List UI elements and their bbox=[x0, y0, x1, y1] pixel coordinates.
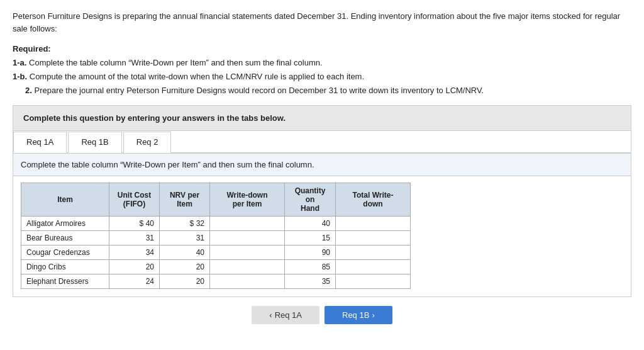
col-header-total-writedown: Total Write- down bbox=[336, 183, 411, 217]
writedown-item-4[interactable] bbox=[210, 274, 285, 289]
writedown-item-2[interactable] bbox=[210, 246, 285, 260]
col-header-qty: Quantity on Hand bbox=[284, 183, 335, 217]
total-writedown-input-2[interactable] bbox=[336, 246, 410, 259]
table-row: Bear Bureaus 31 31 15 bbox=[21, 231, 411, 246]
nrv-3: 20 bbox=[160, 260, 210, 274]
req-1a-text: Complete the table column “Write-Down pe… bbox=[29, 58, 323, 67]
req-1a-label: 1-a. bbox=[13, 58, 26, 67]
col-header-unit-cost: Unit Cost (FIFO) bbox=[109, 183, 160, 217]
table-row: Alligator Armoires $ 40 $ 32 40 bbox=[21, 217, 411, 231]
next-button[interactable]: Req 1B › bbox=[325, 306, 392, 324]
writedown-item-input-4[interactable] bbox=[210, 274, 284, 288]
total-writedown-1[interactable] bbox=[336, 231, 411, 246]
table-row: Elephant Dressers 24 20 35 bbox=[21, 274, 411, 289]
col-header-nrv: NRV per Item bbox=[160, 183, 210, 217]
total-writedown-input-4[interactable] bbox=[336, 274, 410, 288]
main-table-wrapper: Item Unit Cost (FIFO) NRV per Item Write… bbox=[13, 176, 631, 296]
req-1b-label: 1-b. bbox=[13, 72, 27, 81]
req-2-label: 2. bbox=[25, 86, 32, 95]
table-row: Dingo Cribs 20 20 85 bbox=[21, 260, 411, 274]
writedown-item-3[interactable] bbox=[210, 260, 285, 274]
writedown-item-input-2[interactable] bbox=[210, 246, 284, 259]
required-label: Required: bbox=[13, 44, 51, 54]
inventory-table: Item Unit Cost (FIFO) NRV per Item Write… bbox=[21, 183, 411, 289]
col-header-item: Item bbox=[21, 183, 109, 217]
next-chevron-icon: › bbox=[372, 310, 374, 320]
prev-button[interactable]: ‹ Req 1A bbox=[252, 306, 319, 324]
item-name-4: Elephant Dressers bbox=[21, 274, 109, 289]
tab-req1b[interactable]: Req 1B bbox=[68, 132, 121, 153]
qty-0: 40 bbox=[284, 217, 335, 231]
req-1b-text: Compute the amount of the total write-do… bbox=[30, 72, 364, 81]
total-writedown-2[interactable] bbox=[336, 246, 411, 260]
req-2-text: Prepare the journal entry Peterson Furni… bbox=[34, 86, 484, 95]
tabs-container: Req 1A Req 1B Req 2 Complete the table c… bbox=[13, 131, 631, 297]
tab-req1a[interactable]: Req 1A bbox=[13, 132, 67, 153]
nrv-2: 40 bbox=[160, 246, 210, 260]
unit-cost-2: 34 bbox=[109, 246, 160, 260]
qty-1: 15 bbox=[284, 231, 335, 246]
instruction-box: Complete this question by entering your … bbox=[13, 105, 631, 131]
writedown-item-1[interactable] bbox=[210, 231, 285, 246]
total-writedown-0[interactable] bbox=[336, 217, 411, 231]
item-name-1: Bear Bureaus bbox=[21, 231, 109, 246]
total-writedown-4[interactable] bbox=[336, 274, 411, 289]
nrv-1: 31 bbox=[160, 231, 210, 246]
unit-cost-0: $ 40 bbox=[109, 217, 160, 231]
writedown-item-0[interactable] bbox=[210, 217, 285, 231]
unit-cost-4: 24 bbox=[109, 274, 160, 289]
total-writedown-input-3[interactable] bbox=[336, 260, 410, 274]
total-writedown-input-0[interactable] bbox=[336, 217, 410, 230]
nrv-0: $ 32 bbox=[160, 217, 210, 231]
table-row: Cougar Credenzas 34 40 90 bbox=[21, 246, 411, 260]
prev-chevron-icon: ‹ bbox=[269, 310, 272, 320]
qty-4: 35 bbox=[284, 274, 335, 289]
required-section: Required: 1-a. Complete the table column… bbox=[13, 42, 631, 98]
total-writedown-input-1[interactable] bbox=[336, 231, 410, 245]
tab-req2[interactable]: Req 2 bbox=[123, 132, 172, 153]
intro-text: Peterson Furniture Designs is preparing … bbox=[13, 10, 631, 35]
qty-3: 85 bbox=[284, 260, 335, 274]
unit-cost-3: 20 bbox=[109, 260, 160, 274]
bottom-nav: ‹ Req 1A Req 1B › bbox=[13, 306, 631, 324]
col-header-writedown-item: Write-down per Item bbox=[210, 183, 285, 217]
total-writedown-3[interactable] bbox=[336, 260, 411, 274]
writedown-item-input-1[interactable] bbox=[210, 231, 284, 245]
qty-2: 90 bbox=[284, 246, 335, 260]
instruction-text: Complete this question by entering your … bbox=[23, 113, 286, 123]
nrv-4: 20 bbox=[160, 274, 210, 289]
tabs-row: Req 1A Req 1B Req 2 bbox=[13, 131, 631, 154]
tab-description: Complete the table column “Write-Down pe… bbox=[13, 154, 631, 176]
writedown-item-input-0[interactable] bbox=[210, 217, 284, 230]
item-name-0: Alligator Armoires bbox=[21, 217, 109, 231]
item-name-3: Dingo Cribs bbox=[21, 260, 109, 274]
next-label: Req 1B bbox=[342, 310, 369, 320]
item-name-2: Cougar Credenzas bbox=[21, 246, 109, 260]
writedown-item-input-3[interactable] bbox=[210, 260, 284, 274]
prev-label: Req 1A bbox=[275, 310, 302, 320]
unit-cost-1: 31 bbox=[109, 231, 160, 246]
